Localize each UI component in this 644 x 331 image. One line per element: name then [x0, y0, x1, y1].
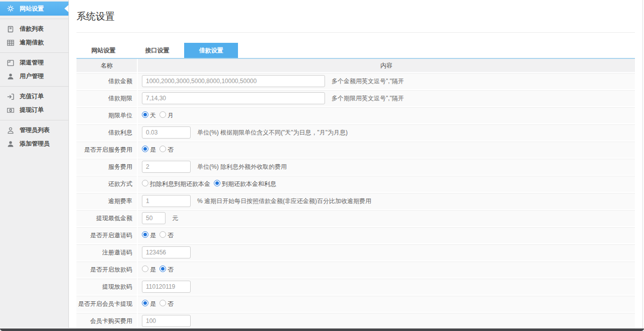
- sidebar-item-label: 借款列表: [20, 25, 44, 33]
- sidebar-item-label: 充值订单: [20, 92, 44, 101]
- window-bottom-bar: [0, 328, 644, 331]
- settings-row-loan-amount: 借款金额多个金额用英文逗号","隔开: [76, 73, 635, 90]
- min-withdraw-amount-input[interactable]: [142, 212, 166, 224]
- term-unit-radio-label-1[interactable]: 月: [168, 112, 174, 119]
- column-header-name: 名称: [76, 59, 138, 73]
- term-unit-radio-0-checked[interactable]: [142, 111, 148, 118]
- sidebar-item-recharge-orders[interactable]: 充值订单: [0, 90, 68, 103]
- main-content: 系统设置 网站设置接口设置借款设置 名称 内容 借款金额多个金额用英文逗号","…: [69, 0, 644, 331]
- tab-site-settings[interactable]: 网站设置: [76, 43, 130, 58]
- row-label-loan-amount: 借款金额: [76, 73, 138, 90]
- grant-code-enabled-radio-0[interactable]: [142, 266, 148, 272]
- invite-code-enabled-radio-0-checked[interactable]: [142, 231, 148, 238]
- service-fee-enabled-radio-label-0[interactable]: 是: [150, 146, 156, 153]
- settings-row-loan-term: 借款期限多个期限用英文逗号","隔开: [76, 90, 635, 107]
- repay-method-radio-label-0[interactable]: 扣除利息到期还款本金: [150, 180, 210, 187]
- row-content-term-unit: 天月: [138, 107, 635, 124]
- sidebar-item-label: 逾期借款: [20, 38, 44, 47]
- column-header-content: 内容: [138, 59, 635, 73]
- channel-icon: [7, 59, 15, 67]
- settings-row-grant-code-enabled: 是否开启放款码是否: [76, 261, 635, 279]
- settings-row-service-fee-enabled: 是否开启服务费用是否: [76, 142, 635, 159]
- sidebar-divider: [0, 19, 68, 19]
- service-fee-enabled-radio-label-1[interactable]: 否: [168, 146, 174, 153]
- register-invite-code-input[interactable]: [142, 246, 191, 258]
- row-label-min-withdraw-amount: 提现最低金额: [76, 210, 138, 227]
- grant-code-enabled-radio-1-checked[interactable]: [159, 266, 166, 272]
- sidebar-item-overdue-loans[interactable]: 逾期借款: [0, 36, 68, 49]
- sidebar-item-site-settings[interactable]: 网站设置: [0, 2, 68, 16]
- row-content-invite-code-enabled: 是否: [138, 227, 635, 244]
- user-icon: [7, 73, 15, 81]
- sidebar-item-add-admin[interactable]: 添加管理员: [0, 137, 68, 151]
- loan-interest-input[interactable]: [142, 126, 191, 139]
- loan-amount-input[interactable]: [142, 75, 325, 87]
- table-header-row: 名称 内容: [76, 59, 635, 73]
- row-label-loan-term: 借款期限: [76, 90, 138, 107]
- service-fee-enabled-radio-1[interactable]: [159, 146, 166, 152]
- grant-code-enabled-radio-label-1[interactable]: 否: [168, 266, 174, 273]
- banknote-icon: 1: [7, 106, 15, 114]
- sidebar-item-user-management[interactable]: 用户管理: [0, 70, 68, 83]
- sidebar-item-loan-list[interactable]: 借款列表: [0, 22, 68, 36]
- row-label-service-fee: 服务费用: [76, 159, 138, 176]
- settings-table: 名称 内容 借款金额多个金额用英文逗号","隔开借款期限多个期限用英文逗号","…: [76, 59, 635, 331]
- overdue-rate-input[interactable]: [142, 195, 191, 207]
- gear-icon: [7, 5, 15, 13]
- sidebar-item-withdraw-orders[interactable]: 1提现订单: [0, 103, 68, 117]
- repay-method-radio-label-1[interactable]: 到期还款本金和利息: [222, 180, 276, 187]
- settings-row-invite-code-enabled: 是否开启邀请码是否: [76, 227, 635, 244]
- invite-code-enabled-radio-1[interactable]: [159, 231, 166, 238]
- loan-amount-hint: 多个金额用英文逗号","隔开: [332, 78, 404, 85]
- sidebar-item-label: 添加管理员: [20, 140, 50, 148]
- window-right-edge: [642, 0, 643, 328]
- grant-code-enabled-radio-label-0[interactable]: 是: [150, 266, 156, 273]
- row-label-overdue-rate: 逾期费率: [76, 193, 138, 210]
- tab-api-settings[interactable]: 接口设置: [130, 43, 184, 58]
- row-content-service-fee-enabled: 是否: [138, 142, 635, 159]
- settings-row-member-card-fee: 会员卡购买费用: [76, 313, 635, 330]
- member-card-withdraw-enabled-radio-1[interactable]: [159, 300, 166, 306]
- row-label-repay-method: 还款方式: [76, 176, 138, 193]
- term-unit-radio-1[interactable]: [159, 111, 166, 118]
- settings-row-term-unit: 期限单位天月: [76, 107, 635, 124]
- sidebar-divider: [0, 52, 68, 53]
- settings-row-register-invite-code: 注册邀请码: [76, 244, 635, 261]
- sidebar-group: 网站设置: [0, 0, 68, 17]
- settings-row-loan-interest: 借款利息单位(%) 根据期限单位含义不同("天"为日息，"月"为月息): [76, 124, 635, 142]
- tab-list: 网站设置接口设置借款设置: [76, 43, 635, 58]
- term-unit-radio-label-0[interactable]: 天: [150, 112, 156, 119]
- recharge-icon: [7, 93, 15, 101]
- row-label-service-fee-enabled: 是否开启服务费用: [76, 142, 138, 159]
- invite-code-enabled-radio-label-1[interactable]: 否: [168, 232, 174, 239]
- row-content-grant-code-enabled: 是否: [138, 261, 635, 279]
- settings-row-withdraw-grant-code: 提现放款码: [76, 279, 635, 296]
- overdue-rate-hint: % 逾期日开始每日按照借款金额(非应还金额)百分比加收逾期费用: [197, 197, 371, 205]
- member-card-withdraw-enabled-radio-0-checked[interactable]: [142, 300, 148, 306]
- sidebar-item-channel-management[interactable]: 渠道管理: [0, 56, 68, 70]
- member-card-withdraw-enabled-radio-label-1[interactable]: 否: [168, 300, 174, 307]
- row-content-loan-amount: 多个金额用英文逗号","隔开: [138, 73, 635, 90]
- sidebar-item-admin-list[interactable]: 管理员列表: [0, 123, 68, 137]
- row-content-service-fee: 单位(%) 除利息外额外收取的费用: [138, 159, 635, 176]
- row-content-loan-term: 多个期限用英文逗号","隔开: [138, 90, 635, 107]
- service-fee-enabled-radio-0-checked[interactable]: [142, 146, 148, 152]
- invite-code-enabled-radio-label-0[interactable]: 是: [150, 232, 156, 239]
- sidebar-item-label: 网站设置: [20, 5, 44, 13]
- settings-row-member-card-withdraw-enabled: 是否开启会员卡提现是否: [76, 296, 635, 313]
- row-content-loan-interest: 单位(%) 根据期限单位含义不同("天"为日息，"月"为月息): [138, 124, 635, 142]
- sidebar-group: 充值订单1提现订单: [0, 88, 68, 118]
- service-fee-input[interactable]: [142, 161, 191, 173]
- repay-method-radio-0[interactable]: [142, 180, 148, 186]
- row-label-grant-code-enabled: 是否开启放款码: [76, 261, 138, 279]
- tab-loan-settings[interactable]: 借款设置: [184, 43, 238, 58]
- loan-term-input[interactable]: [142, 92, 325, 104]
- book-icon: [7, 25, 15, 33]
- row-label-invite-code-enabled: 是否开启邀请码: [76, 227, 138, 244]
- withdraw-grant-code-input[interactable]: [142, 281, 191, 293]
- repay-method-radio-1-checked[interactable]: [214, 180, 220, 186]
- sidebar-divider: [0, 86, 68, 87]
- member-card-withdraw-enabled-radio-label-0[interactable]: 是: [150, 300, 156, 307]
- member-card-fee-input[interactable]: [142, 315, 191, 327]
- row-label-term-unit: 期限单位: [76, 107, 138, 124]
